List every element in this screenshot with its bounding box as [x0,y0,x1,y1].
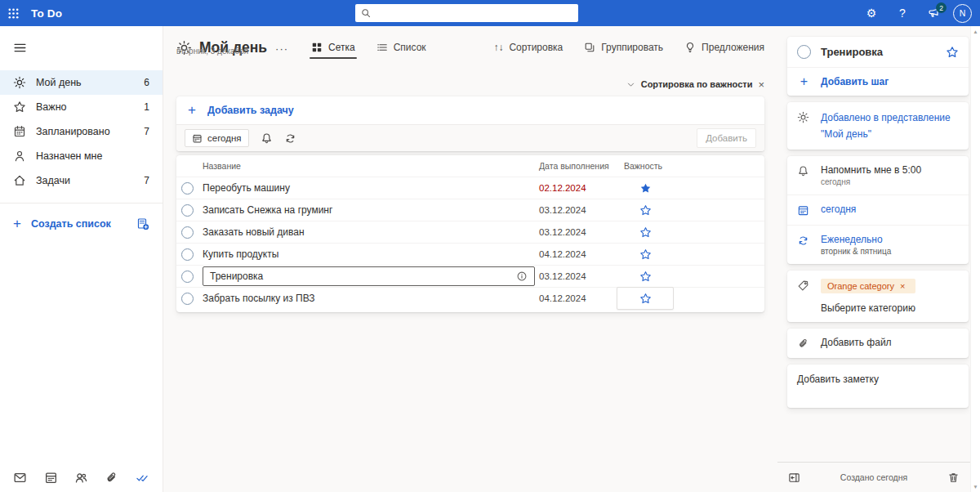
importance-cell-focused[interactable] [617,287,674,310]
column-header-importance[interactable]: Важность [612,161,678,171]
search-icon [360,7,372,19]
importance-star-filled-icon[interactable] [639,182,652,195]
topbar-actions: ⚙ ? 2 N [860,2,980,25]
repeat-icon[interactable] [284,132,296,145]
hide-detail-pane-icon[interactable] [788,472,800,484]
avatar[interactable]: N [953,4,972,23]
sidebar-item-planned[interactable]: Запланировано 7 [0,119,163,144]
scroll-down-icon[interactable]: ▼ [973,484,978,490]
remove-category-icon[interactable]: × [900,281,905,291]
tab-list[interactable]: Список [376,42,426,59]
plus-icon: + [797,74,811,89]
complete-task-checkbox[interactable] [797,45,811,59]
sidebar-item-important[interactable]: Важно 1 [0,95,163,119]
importance-star-icon[interactable] [639,248,652,261]
table-row[interactable]: Записать Снежка на груминг 03.12.2024 [176,199,764,221]
todo-app-icon[interactable] [131,467,153,488]
whats-new-megaphone-icon[interactable]: 2 [922,2,945,25]
sidebar-item-label: Назначен мне [36,150,102,162]
note-field[interactable]: Добавить заметку [787,365,969,408]
reminder-bell-icon[interactable] [261,132,273,145]
detail-scrollbar[interactable]: ▲ ▼ [970,26,980,492]
hamburger-menu-icon[interactable] [10,38,29,57]
sidebar-item-assigned-to-me[interactable]: Назначен мне [0,144,163,168]
sidebar-nav: Мой день 6 Важно 1 Запланировано 7 Назна… [0,70,163,193]
table-row[interactable]: Заказать новый диван 03.12.2024 [176,221,764,243]
pick-category-label[interactable]: Выберите категорию [821,302,915,314]
main-toolbar: ↑↓ Сортировка Группировать Предложения [493,42,764,53]
search-input[interactable] [375,7,573,20]
added-to-my-day-row[interactable]: Добавлено в представление "Мой день" [787,102,969,150]
add-file-row[interactable]: Добавить файл [787,329,969,358]
task-title: Тренировка [210,271,263,282]
added-to-view-line1: Добавлено в представление [821,110,951,125]
due-date-chip[interactable]: сегодня [185,129,249,147]
task-title[interactable]: Записать Снежка на груминг [203,204,539,216]
complete-task-checkbox[interactable] [181,182,194,195]
create-list-button[interactable]: + Создать список [0,212,163,236]
complete-task-checkbox[interactable] [181,226,194,239]
repeat-row[interactable]: Еженедельно вторник & пятница [787,225,969,264]
add-step-button[interactable]: + Добавить шаг [787,67,969,96]
table-row[interactable]: Забрать посылку из ПВЗ 04.12.2024 [176,287,764,309]
tab-grid[interactable]: Сетка [311,42,355,59]
task-due-date: 03.12.2024 [539,271,612,281]
task-due-date: 04.12.2024 [539,249,612,259]
task-title[interactable]: Купить продукты [203,248,539,260]
calendar-app-icon[interactable] [40,467,61,488]
importance-star-icon[interactable] [946,46,959,59]
sidebar-item-my-day[interactable]: Мой день 6 [0,70,163,95]
person-icon [13,150,26,163]
task-title[interactable]: Переобуть машину [203,182,539,194]
delete-task-icon[interactable] [947,472,960,484]
app-launcher-icon[interactable] [0,0,26,26]
group-button[interactable]: Группировать [584,42,663,53]
mail-icon[interactable] [10,467,31,488]
new-group-icon[interactable] [136,217,149,230]
notification-badge: 2 [936,2,947,13]
add-task-button[interactable]: + Добавить задачу [176,96,764,124]
detail-task-title[interactable]: Тренировка [821,46,936,58]
table-row[interactable]: Купить продукты 04.12.2024 [176,243,764,265]
importance-star-icon[interactable] [639,271,652,283]
reminder-row[interactable]: Напомнить мне в 5:00 сегодня [787,156,969,195]
complete-task-checkbox[interactable] [181,271,194,283]
complete-task-checkbox[interactable] [181,248,194,261]
sidebar-item-label: Мой день [36,77,82,88]
sort-button[interactable]: ↑↓ Сортировка [493,42,563,53]
category-chip[interactable]: Orange category × [821,279,915,293]
help-icon[interactable]: ? [891,2,914,25]
sidebar-item-tasks[interactable]: Задачи 7 [0,168,163,193]
importance-star-icon[interactable] [639,226,652,239]
remove-sort-icon[interactable]: × [758,79,764,90]
sort-arrows-icon: ↑↓ [493,42,503,53]
task-title[interactable]: Забрать посылку из ПВЗ [203,293,539,304]
task-title[interactable]: Заказать новый диван [203,226,539,238]
task-due-date: 03.12.2024 [539,205,612,215]
table-row-selected[interactable]: Тренировка 03.12.2024 [176,265,764,287]
due-date-row[interactable]: сегодня [787,195,969,225]
importance-star-icon[interactable] [639,293,652,305]
importance-star-icon[interactable] [639,204,652,217]
people-icon[interactable] [70,467,91,488]
composer-add-button[interactable]: Добавить [697,128,756,148]
complete-task-checkbox[interactable] [181,293,194,305]
sidebar: Мой день 6 Важно 1 Запланировано 7 Назна… [0,26,163,492]
complete-task-checkbox[interactable] [181,204,194,217]
info-icon[interactable] [516,271,528,282]
chevron-down-icon[interactable] [626,80,635,89]
task-title-edit-field[interactable]: Тренировка [203,266,535,286]
settings-gear-icon[interactable]: ⚙ [860,2,883,25]
suggestions-button[interactable]: Предложения [684,42,764,53]
scroll-up-icon[interactable]: ▲ [973,29,978,34]
added-to-view-line2: "Мой день" [821,127,951,141]
column-header-due[interactable]: Дата выполнения [539,161,612,171]
list-options-ellipsis[interactable]: ··· [275,42,288,55]
column-header-title[interactable]: Название [203,161,539,171]
sun-icon [797,111,810,123]
search-box[interactable] [355,4,578,22]
paperclip-icon[interactable] [101,467,122,488]
repeat-title: Еженедельно [821,234,891,245]
app-title[interactable]: To Do [31,7,62,20]
table-row[interactable]: Переобуть машину 02.12.2024 [176,177,764,199]
